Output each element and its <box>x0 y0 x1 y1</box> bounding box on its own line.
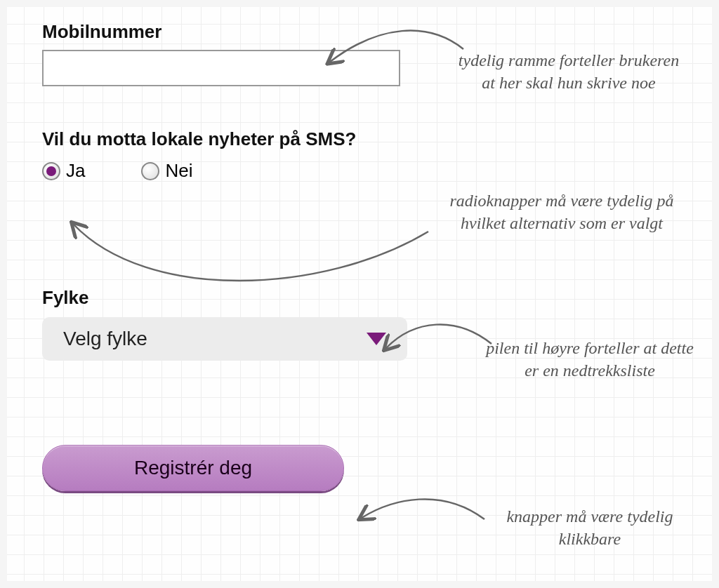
arrow-icon <box>362 499 484 519</box>
arrow-icon <box>386 324 492 348</box>
wireframe-canvas: Mobilnummer Vil du motta lokale nyheter … <box>7 7 712 581</box>
arrow-icon <box>74 225 428 281</box>
arrow-icon <box>330 31 463 62</box>
arrow-overlay <box>7 7 712 581</box>
